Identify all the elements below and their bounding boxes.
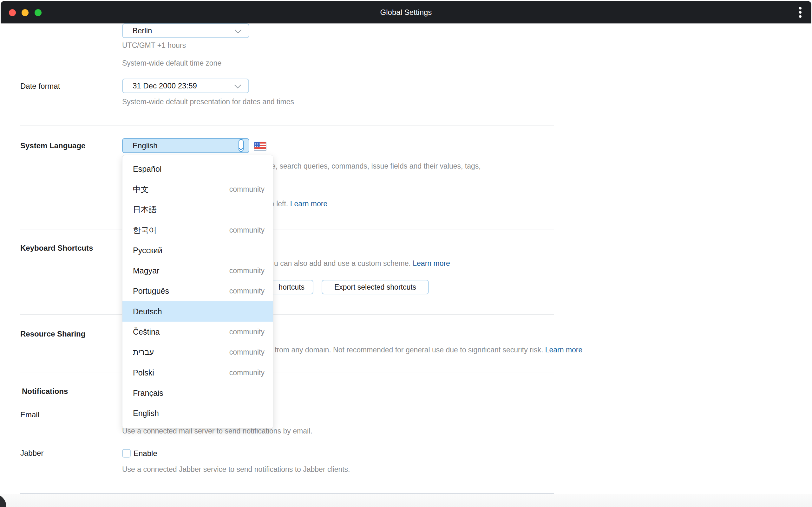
community-badge: community bbox=[229, 267, 264, 275]
language-option-label: Français bbox=[133, 389, 163, 398]
chevron-down-icon bbox=[239, 146, 244, 151]
global-settings-window: Global Settings Berlin UTC/GMT +1 hours … bbox=[0, 0, 812, 507]
date-format-label: Date format bbox=[20, 82, 60, 91]
system-language-select-value: English bbox=[133, 141, 158, 150]
community-badge: community bbox=[229, 185, 264, 193]
chevron-down-icon bbox=[235, 82, 241, 89]
language-option[interactable]: Deutsch bbox=[122, 301, 273, 322]
timezone-offset: UTC/GMT +1 hours bbox=[122, 41, 186, 50]
learn-more-link[interactable]: Learn more bbox=[413, 259, 450, 268]
us-flag-icon bbox=[254, 142, 266, 151]
language-description-line2: o left. Learn more bbox=[270, 200, 327, 208]
jabber-label: Jabber bbox=[20, 449, 44, 458]
language-option-label: 日本語 bbox=[133, 205, 157, 215]
language-dropdown-list: Español中文community日本語한국어communityРусский… bbox=[122, 155, 273, 429]
section-divider bbox=[20, 373, 554, 373]
language-option-label: English bbox=[133, 409, 159, 418]
community-badge: community bbox=[229, 369, 264, 377]
timezone-hint: System-wide default time zone bbox=[122, 59, 221, 67]
jabber-enable-checkbox[interactable] bbox=[122, 449, 131, 458]
export-selected-shortcuts-button[interactable]: Export selected shortcuts bbox=[322, 280, 429, 294]
language-option-label: 한국어 bbox=[133, 225, 157, 235]
timezone-select[interactable]: Berlin bbox=[122, 23, 249, 38]
language-option-label: Magyar bbox=[133, 266, 159, 275]
language-option-label: Русский bbox=[133, 246, 162, 255]
timezone-select-value: Berlin bbox=[133, 26, 152, 35]
keyboard-shortcuts-label: Keyboard Shortcuts bbox=[20, 244, 93, 252]
language-option-label: Español bbox=[133, 164, 161, 174]
notifications-label: Notifications bbox=[22, 387, 68, 396]
section-divider bbox=[20, 314, 554, 315]
language-option[interactable]: Portuguêscommunity bbox=[122, 281, 273, 301]
language-option[interactable]: Polskicommunity bbox=[122, 362, 273, 383]
jabber-description: Use a connected Jabber service to send n… bbox=[122, 465, 350, 474]
language-option[interactable]: English bbox=[122, 403, 273, 424]
language-description-line1: e, search queries, commands, issue field… bbox=[271, 162, 481, 170]
jabber-enable-label: Enable bbox=[134, 449, 157, 458]
language-option-label: Português bbox=[133, 286, 169, 296]
language-option[interactable]: Magyarcommunity bbox=[122, 261, 273, 281]
language-option[interactable]: 한국어community bbox=[122, 220, 273, 240]
date-format-select-value: 31 Dec 2000 23:59 bbox=[133, 81, 197, 90]
system-language-select[interactable]: English bbox=[122, 138, 249, 153]
language-option[interactable]: 中文community bbox=[122, 179, 273, 199]
title-bar: Global Settings bbox=[1, 1, 811, 23]
language-option-label: Čeština bbox=[133, 327, 160, 337]
resource-sharing-description: from any domain. Not recommended for gen… bbox=[275, 346, 582, 354]
date-format-select[interactable]: 31 Dec 2000 23:59 bbox=[122, 78, 249, 93]
language-option-label: Deutsch bbox=[133, 307, 162, 316]
learn-more-link[interactable]: Learn more bbox=[290, 200, 328, 208]
select-scroll-pill[interactable] bbox=[239, 139, 244, 152]
language-option-label: Polski bbox=[133, 368, 154, 377]
system-language-label: System Language bbox=[20, 141, 85, 150]
community-badge: community bbox=[229, 226, 264, 234]
learn-more-link[interactable]: Learn more bbox=[545, 346, 583, 354]
language-option[interactable]: Français bbox=[122, 383, 273, 403]
section-divider bbox=[20, 229, 554, 229]
language-option[interactable]: Русский bbox=[122, 240, 273, 261]
language-option-label: עברית bbox=[133, 348, 154, 357]
date-format-hint: System-wide default presentation for dat… bbox=[122, 98, 294, 106]
language-option-label: 中文 bbox=[133, 184, 149, 194]
section-divider bbox=[20, 125, 554, 126]
language-option[interactable]: עבריתcommunity bbox=[122, 342, 273, 362]
keyboard-shortcuts-description: u can also add and use a custom scheme. … bbox=[274, 259, 450, 268]
community-badge: community bbox=[229, 328, 264, 336]
language-option[interactable]: Češtinacommunity bbox=[122, 322, 273, 342]
window-title: Global Settings bbox=[1, 8, 811, 17]
language-option[interactable]: 日本語 bbox=[122, 200, 273, 220]
community-badge: community bbox=[229, 287, 264, 295]
language-option[interactable]: Español bbox=[122, 159, 273, 179]
kebab-menu-icon[interactable] bbox=[796, 7, 804, 20]
resource-sharing-label: Resource Sharing bbox=[20, 330, 85, 338]
community-badge: community bbox=[229, 348, 264, 356]
email-label: Email bbox=[20, 410, 39, 419]
chevron-down-icon bbox=[235, 26, 241, 33]
footer-area bbox=[0, 494, 812, 507]
